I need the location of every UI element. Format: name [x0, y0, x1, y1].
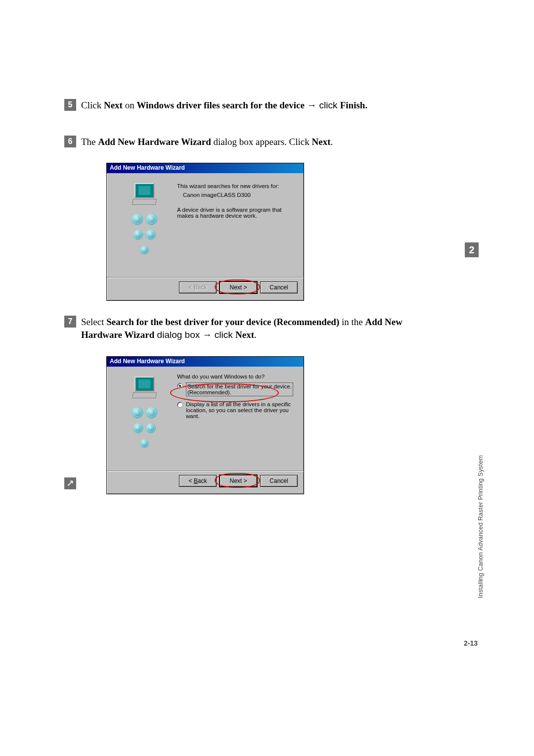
radio-icon — [177, 402, 183, 408]
cancel-button[interactable]: Cancel — [260, 475, 298, 487]
disc-icon — [133, 230, 156, 240]
wizard-graphic — [115, 180, 174, 274]
disc-icon — [140, 245, 149, 254]
dialog-content: This wizard searches for new drivers for… — [174, 180, 296, 274]
txt: (Recommended). — [187, 389, 292, 395]
back-button[interactable]: < Back — [179, 475, 217, 487]
computer-icon — [130, 377, 159, 401]
txt: < — [188, 477, 193, 484]
txt: The — [81, 137, 98, 147]
txt: . — [331, 137, 333, 147]
step-6: 6 The Add New Hardware Wizard dialog box… — [64, 136, 415, 148]
txt-bold: Next — [104, 100, 123, 110]
radio-label: Display a list of all the drivers in a s… — [186, 401, 296, 419]
disc-icon — [132, 407, 157, 418]
disc-icon — [133, 423, 156, 433]
txt-bold: Next — [312, 137, 331, 147]
next-button[interactable]: Next > — [220, 475, 257, 487]
radio-option-recommended[interactable]: Search for the best driver for your devi… — [177, 382, 296, 396]
txt: . — [254, 330, 257, 340]
dialog-title-bar: Add New Hardware Wizard — [107, 357, 304, 367]
txt: Search for the best driver for your devi… — [187, 383, 292, 389]
step-7-text: Select Search for the best driver for yo… — [81, 316, 415, 341]
page-number: 2-13 — [464, 639, 478, 647]
txt-bold: Next — [235, 330, 254, 340]
dialog-line: This wizard searches for new drivers for… — [177, 183, 296, 189]
disc-icon — [140, 439, 149, 448]
txt-bold: Search for the best driver for your devi… — [106, 317, 339, 327]
disc-icon — [132, 214, 157, 225]
device-name: Canon imageCLASS D300 — [177, 192, 296, 198]
txt: dialog box appears. Click — [211, 137, 312, 147]
cancel-button[interactable]: Cancel — [260, 282, 298, 293]
step-number-badge: 5 — [64, 99, 76, 111]
step-number-badge: 6 — [64, 136, 76, 147]
txt: on — [123, 100, 137, 110]
chapter-badge: 2 — [465, 242, 479, 257]
txt: B — [194, 477, 198, 484]
txt: Select — [81, 317, 106, 327]
txt: Click — [81, 100, 104, 110]
step-5: 5 Click Next on Windows driver files sea… — [64, 99, 415, 112]
step-5-text: Click Next on Windows driver files searc… — [81, 99, 415, 112]
txt-bold: Add New Hardware Wizard — [98, 137, 211, 147]
dialog-button-row: < Back Next > Cancel — [107, 277, 304, 300]
dialog-button-row: < Back Next > Cancel — [107, 471, 304, 494]
next-button[interactable]: Next > — [220, 282, 257, 293]
step-7: 7 Select Search for the best driver for … — [64, 316, 415, 341]
step-number-badge: 7 — [64, 316, 76, 328]
step-number-badge-cutoff — [64, 477, 76, 489]
radio-label: Search for the best driver for your devi… — [186, 382, 293, 396]
add-new-hardware-dialog: Add New Hardware Wizard This wizard sear… — [106, 163, 304, 301]
dialog-1-screenshot: Add New Hardware Wizard This wizard sear… — [106, 163, 415, 301]
dialog-prompt: What do you want Windows to do? — [177, 374, 296, 379]
computer-icon — [130, 183, 159, 208]
dialog-title-bar: Add New Hardware Wizard — [107, 163, 304, 173]
arrow-icon: dialog box → click — [154, 330, 235, 340]
dialog-content: What do you want Windows to do? Search f… — [174, 374, 296, 468]
txt-bold: Finish. — [340, 100, 367, 110]
radio-option-display-list[interactable]: Display a list of all the drivers in a s… — [177, 401, 296, 419]
step-6-text: The Add New Hardware Wizard dialog box a… — [81, 136, 415, 148]
side-running-title: Installing Canon Advanced Raster Printin… — [477, 455, 484, 598]
add-new-hardware-dialog-2: Add New Hardware Wizard What do you want… — [106, 356, 304, 494]
txt-bold: Windows driver files search for the devi… — [136, 100, 305, 110]
back-button: < Back — [179, 282, 217, 293]
dialog-2-screenshot: Add New Hardware Wizard What do you want… — [106, 356, 415, 494]
txt: in the — [339, 317, 365, 327]
dialog-line: A device driver is a software program th… — [177, 207, 296, 219]
arrow-icon — [67, 480, 74, 487]
arrow-icon: → click — [305, 100, 340, 110]
radio-icon — [177, 383, 183, 389]
wizard-graphic — [115, 374, 174, 468]
txt: ack — [198, 477, 207, 484]
